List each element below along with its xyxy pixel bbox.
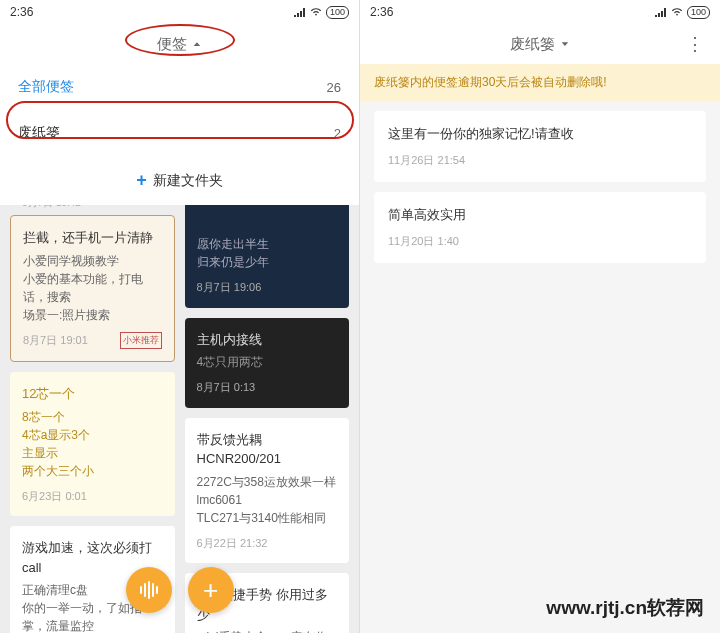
status-time: 2:36 (10, 5, 33, 19)
status-icons: 100 (655, 6, 710, 19)
plus-icon: + (136, 170, 147, 191)
note-body: 小爱的基本功能，打电话，搜索 (23, 270, 162, 306)
fab-row: + (126, 567, 234, 613)
folder-dropdown-trigger[interactable]: 便签 ▲ (157, 35, 203, 54)
header: 便签 ▲ (0, 24, 359, 64)
header-title-text: 废纸篓 (510, 35, 555, 54)
folder-count: 2 (334, 126, 341, 141)
folder-label: 全部便签 (18, 78, 74, 96)
plus-icon: + (203, 575, 218, 606)
note-body: 归来仍是少年 (197, 253, 338, 271)
signal-icon (294, 7, 306, 17)
note-time: 8月7日 19:06 (197, 279, 338, 296)
note-title: 主机内接线 (197, 330, 338, 350)
trash-item-title: 简单高效实用 (388, 206, 692, 224)
note-time: 6月23日 0:01 (22, 488, 163, 505)
new-note-button[interactable]: + (188, 567, 234, 613)
status-bar: 2:36 100 (0, 0, 359, 24)
note-time: 8月7日 19:01小米推荐 (23, 332, 162, 349)
folder-trash[interactable]: 废纸篓 2 (0, 110, 359, 156)
note-body: 主显示 (22, 444, 163, 462)
voice-note-button[interactable] (126, 567, 172, 613)
waveform-icon (140, 581, 158, 599)
note-body: 4芯只用两芯 (197, 353, 338, 371)
folder-all-notes[interactable]: 全部便签 26 (0, 64, 359, 110)
battery-icon: 100 (326, 6, 349, 19)
wifi-icon (671, 7, 683, 17)
phone-right: 2:36 100 废纸篓 ▼ ⋮ 废纸篓内的便签逾期30天后会被自动删除哦! 这… (360, 0, 720, 633)
note-body: 两个大三个小 (22, 462, 163, 480)
header: 废纸篓 ▼ ⋮ (360, 24, 720, 64)
folder-count: 26 (327, 80, 341, 95)
note-card[interactable]: 带反馈光耦HCNR200/201 2272C与358运放效果一样 lmc6061… (185, 418, 350, 564)
trash-list[interactable]: 这里有一份你的独家记忆!请查收 11月26日 21:54 简单高效实用 11月2… (360, 101, 720, 273)
phone-left: 2:36 100 便签 ▲ 全部便签 26 废纸篓 2 + 新建文件夹 8月7日… (0, 0, 360, 633)
folder-dropdown-trigger[interactable]: 废纸篓 ▼ (510, 35, 571, 54)
status-icons: 100 (294, 6, 349, 19)
new-folder-button[interactable]: + 新建文件夹 (0, 156, 359, 205)
note-card[interactable]: 主机内接线 4芯只用两芯 8月7日 0:13 (185, 318, 350, 408)
note-body: 场景一:照片搜索 (23, 306, 162, 324)
status-time: 2:36 (370, 5, 393, 19)
note-card[interactable]: 愿你走出半生 归来仍是少年 8月7日 19:06 (185, 205, 350, 308)
note-body: 2272C与358运放效果一样 (197, 473, 338, 491)
trash-warning-banner: 废纸篓内的便签逾期30天后会被自动删除哦! (360, 64, 720, 101)
trash-item-title: 这里有一份你的独家记忆!请查收 (388, 125, 692, 143)
note-title: 拦截，还手机一片清静 (23, 228, 162, 248)
more-menu-button[interactable]: ⋮ (686, 33, 704, 55)
chevron-down-icon: ▼ (560, 40, 571, 47)
header-title-text: 便签 (157, 35, 187, 54)
new-folder-label: 新建文件夹 (153, 172, 223, 190)
note-card[interactable]: 12芯一个 8芯一个 4芯a显示3个 主显示 两个大三个小 6月23日 0:01 (10, 372, 175, 516)
note-time: 6月22日 21:32 (197, 535, 338, 552)
folder-label: 废纸篓 (18, 124, 60, 142)
battery-icon: 100 (687, 6, 710, 19)
status-bar: 2:36 100 (360, 0, 720, 24)
chevron-up-icon: ▲ (192, 40, 203, 47)
stamp-icon: 小米推荐 (120, 332, 162, 350)
note-body: 4芯a显示3个 (22, 426, 163, 444)
trash-item-time: 11月20日 1:40 (388, 234, 692, 249)
note-card[interactable]: 拦截，还手机一片清静 小爱同学视频教学 小爱的基本功能，打电话，搜索 场景一:照… (10, 215, 175, 362)
note-body: lmc6061 (197, 491, 338, 509)
trash-item[interactable]: 简单高效实用 11月20日 1:40 (374, 192, 706, 263)
note-body: 愿你走出半生 (197, 235, 338, 253)
wifi-icon (310, 7, 322, 17)
note-time: 8月7日 0:13 (197, 379, 338, 396)
trash-item[interactable]: 这里有一份你的独家记忆!请查收 11月26日 21:54 (374, 111, 706, 182)
note-title: 12芯一个 (22, 384, 163, 404)
trash-item-time: 11月26日 21:54 (388, 153, 692, 168)
note-body: miui手势大全，一定有你没用过的 (197, 628, 338, 633)
note-body: 8芯一个 (22, 408, 163, 426)
note-body: TLC271与3140性能相同 (197, 509, 338, 527)
note-body: 小爱同学视频教学 (23, 252, 162, 270)
folder-dropdown: 全部便签 26 废纸篓 2 + 新建文件夹 (0, 64, 359, 205)
note-title: 带反馈光耦HCNR200/201 (197, 430, 338, 469)
signal-icon (655, 7, 667, 17)
